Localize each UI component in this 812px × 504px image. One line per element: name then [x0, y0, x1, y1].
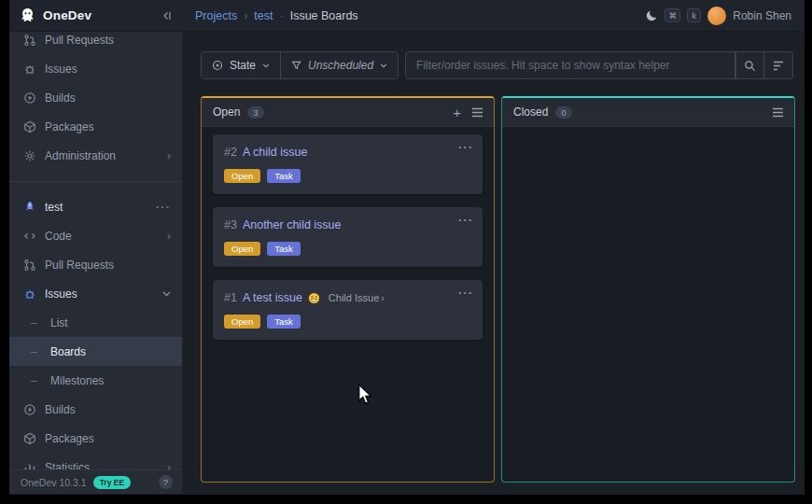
- sidebar-item-pull-requests[interactable]: Pull Requests: [9, 250, 182, 279]
- add-issue-button[interactable]: +: [453, 105, 461, 119]
- sub-item-dash: –: [31, 316, 42, 329]
- state-badge: Open: [224, 169, 260, 183]
- column-menu-button[interactable]: [471, 107, 483, 118]
- filter-button-group: State Unscheduled: [201, 51, 399, 79]
- filter-input-group: [405, 51, 793, 79]
- issue-title-link[interactable]: A test issue: [243, 291, 302, 304]
- sidebar-item-label: Milestones: [50, 374, 104, 387]
- child-issue-label: Child Issue: [329, 292, 379, 303]
- user-name[interactable]: Robin Shen: [733, 9, 791, 22]
- issue-board: Open 3 + #2 A chil: [201, 96, 793, 483]
- sidebar-item-builds[interactable]: Builds: [9, 395, 182, 424]
- sub-item-dash: –: [31, 374, 42, 387]
- pull-request-icon: [22, 33, 36, 47]
- sidebar-divider: [9, 181, 182, 182]
- chevron-right-icon: ›: [167, 149, 171, 161]
- sidebar-item-administration[interactable]: Administration ›: [9, 141, 182, 170]
- sidebar-footer: OneDev 10.3.1 Try EE ?: [9, 469, 182, 494]
- sidebar: Pull Requests Issues Builds Packages Adm: [9, 32, 182, 494]
- column-count-badge: 3: [247, 106, 263, 119]
- sidebar-item-statistics[interactable]: Statistics ›: [9, 453, 182, 469]
- onedev-logo-icon: [19, 7, 36, 24]
- milestone-filter-label: Unscheduled: [308, 59, 373, 72]
- dark-mode-toggle[interactable]: [645, 9, 658, 22]
- column-title: Open: [213, 105, 240, 119]
- issue-menu-button[interactable]: ···: [458, 286, 473, 300]
- sidebar-item-project-test[interactable]: test ···: [9, 192, 182, 221]
- sidebar-item-pull-requests-global[interactable]: Pull Requests: [9, 32, 182, 54]
- issue-card[interactable]: #2 A child issue ··· Open Task: [213, 134, 483, 194]
- funnel-icon: [291, 61, 301, 71]
- sidebar-item-label: test: [45, 201, 63, 214]
- issue-card[interactable]: #1 A test issue Child Issue › ··· O: [213, 280, 483, 340]
- sidebar-collapse-button[interactable]: [160, 9, 173, 22]
- header-actions: ⌘ k Robin Shen: [645, 7, 805, 25]
- column-body-closed: [502, 127, 794, 482]
- column-title: Closed: [513, 105, 548, 119]
- sidebar-item-label: List: [50, 316, 68, 329]
- breadcrumb-projects-link[interactable]: Projects: [195, 9, 237, 22]
- type-badge: Task: [267, 169, 301, 183]
- sidebar-item-builds-global[interactable]: Builds: [9, 83, 182, 112]
- packages-icon: [22, 431, 36, 445]
- builds-icon: [22, 91, 36, 105]
- issue-filter-input[interactable]: [405, 51, 735, 79]
- pull-request-icon: [22, 258, 36, 272]
- issue-menu-button[interactable]: ···: [458, 140, 473, 154]
- sidebar-item-issues-list[interactable]: – List: [9, 308, 182, 337]
- sidebar-item-issues-global[interactable]: Issues: [9, 54, 182, 83]
- saved-queries-button[interactable]: [764, 51, 793, 79]
- type-badge: Task: [267, 315, 301, 329]
- state-icon: [212, 60, 223, 71]
- sidebar-item-issues[interactable]: Issues: [9, 279, 182, 308]
- sidebar-item-issues-boards[interactable]: – Boards: [9, 337, 182, 366]
- chevron-down-icon: [380, 63, 387, 68]
- app-window: OneDev Projects › test · Issue Boards ⌘ …: [9, 0, 805, 495]
- sidebar-item-label: Builds: [45, 91, 76, 105]
- sidebar-item-issues-milestones[interactable]: – Milestones: [9, 366, 182, 395]
- state-filter-button[interactable]: State: [202, 52, 280, 78]
- sidebar-item-label: Administration: [45, 149, 116, 162]
- state-badge: Open: [224, 315, 260, 329]
- sidebar-item-label: Code: [45, 230, 72, 243]
- issues-icon: [22, 62, 36, 76]
- moon-icon: [645, 9, 658, 22]
- search-button[interactable]: [735, 51, 764, 79]
- gear-icon: [22, 148, 36, 162]
- issue-title-link[interactable]: Another child issue: [243, 218, 342, 231]
- breadcrumb-separator: ·: [279, 9, 283, 22]
- user-avatar[interactable]: [707, 7, 726, 25]
- help-button[interactable]: ?: [159, 475, 173, 489]
- sort-lines-icon: [773, 61, 784, 71]
- sub-item-dash: –: [31, 345, 42, 358]
- milestone-filter-button[interactable]: Unscheduled: [280, 52, 398, 78]
- search-icon: [744, 60, 756, 72]
- state-filter-label: State: [230, 59, 256, 72]
- sidebar-item-label: Boards: [50, 345, 86, 358]
- project-more-button[interactable]: ···: [156, 200, 171, 214]
- issues-icon: [22, 287, 36, 301]
- column-header-open: Open 3 +: [202, 98, 494, 127]
- sidebar-item-label: Builds: [45, 403, 76, 416]
- chevron-right-icon: ›: [167, 461, 171, 469]
- sidebar-item-label: Issues: [45, 287, 77, 301]
- sidebar-item-packages-global[interactable]: Packages: [9, 112, 182, 141]
- shortcut-key-cmd: ⌘: [665, 8, 680, 22]
- issue-number: #3: [224, 218, 237, 231]
- sidebar-item-code[interactable]: Code ›: [9, 221, 182, 250]
- statistics-icon: [22, 460, 36, 469]
- try-ee-badge[interactable]: Try EE: [93, 476, 131, 489]
- issue-card[interactable]: #3 Another child issue ··· Open Task: [213, 207, 483, 267]
- issue-title-link[interactable]: A child issue: [243, 146, 307, 159]
- shortcut-key-k: k: [687, 8, 701, 22]
- issue-menu-button[interactable]: ···: [458, 213, 473, 227]
- collapse-sidebar-icon: [160, 9, 173, 22]
- sidebar-item-label: Pull Requests: [45, 34, 114, 47]
- column-menu-button[interactable]: [772, 107, 784, 118]
- packages-icon: [22, 119, 36, 133]
- breadcrumb-project-link[interactable]: test: [254, 9, 273, 22]
- sidebar-item-packages[interactable]: Packages: [9, 424, 182, 453]
- rocket-icon: [22, 200, 36, 214]
- child-issue-link[interactable]: Child Issue ›: [329, 292, 385, 303]
- column-body-open: #2 A child issue ··· Open Task #3: [202, 127, 494, 482]
